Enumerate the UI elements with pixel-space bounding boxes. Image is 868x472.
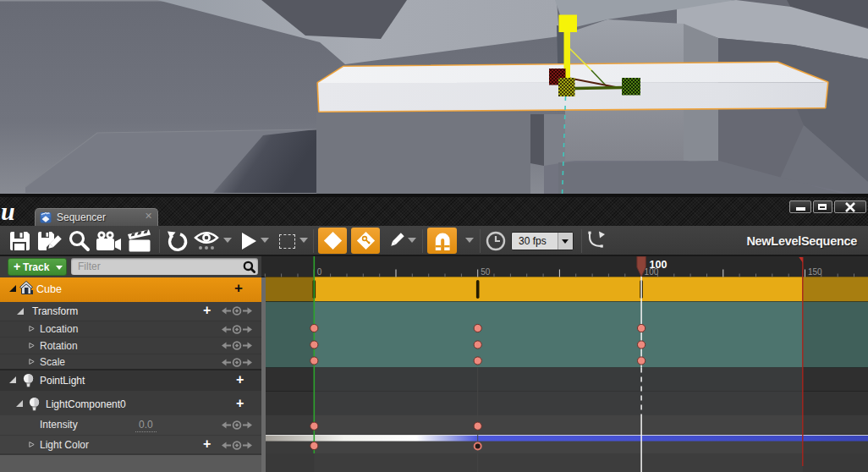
svg-text:150: 150 [808,267,822,277]
svg-text:0: 0 [317,267,322,277]
svg-text:50: 50 [481,267,491,277]
svg-text:100: 100 [650,259,667,271]
